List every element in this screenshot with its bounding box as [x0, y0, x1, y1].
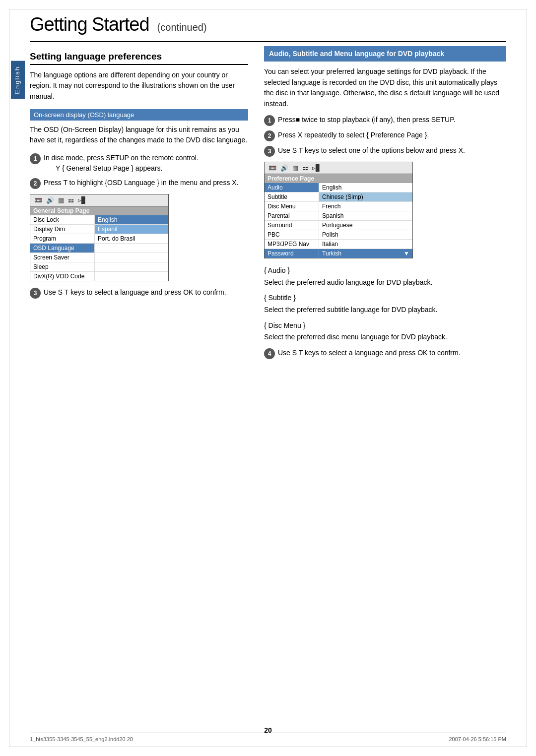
- left-intro: The language options are different depen…: [30, 70, 248, 102]
- menu-row-4: Screen Saver: [30, 253, 168, 262]
- left-step1: 1 In disc mode, press SETUP on the remot…: [30, 153, 248, 174]
- menu-row-3: OSD Language: [30, 244, 168, 253]
- step3-content: Use S T keys to select a language and pr…: [44, 287, 248, 298]
- step2-content: Press T to highlight {OSD Language } in …: [44, 178, 248, 188]
- english-tab: English: [11, 61, 25, 99]
- footer-left: 1_hts3355-3345-3545_55_eng2.indd20 20: [30, 736, 133, 742]
- menu-cell-right-4: [95, 253, 168, 262]
- step1-sub: { General Setup Page } appears.: [56, 163, 248, 174]
- osd-body: The OSD (On-Screen Display) language for…: [30, 125, 248, 146]
- menu-cell-left-5: Sleep: [30, 262, 95, 271]
- step1-num: 1: [30, 153, 41, 164]
- menu-cell-left-6: DivX(R) VOD Code: [30, 272, 95, 281]
- left-step2: 2 Press T to highlight {OSD Language } i…: [30, 178, 248, 189]
- step2-text: Press T to highlight {OSD Language } in …: [44, 179, 239, 187]
- osd-subsection-bar: On-screen display (OSD) language: [30, 109, 248, 121]
- menu-icon-2: 🔊: [46, 196, 54, 204]
- left-section-heading: Setting language preferences: [30, 51, 248, 65]
- menu-icon-5: ▹▊: [78, 196, 86, 204]
- menu-header: General Setup Page: [30, 206, 168, 215]
- menu-icon-4: ⚏: [68, 196, 74, 204]
- menu-row-2: Program Port. do Brasil: [30, 234, 168, 244]
- step3-num: 3: [30, 288, 41, 299]
- menu-cell-left-2: Program: [30, 234, 95, 243]
- page-footer: 1_hts3355-3345-3545_55_eng2.indd20 20 20…: [30, 733, 506, 742]
- menu-cell-left-4: Screen Saver: [30, 253, 95, 262]
- osd-menu-table: 📼 🔊 ▦ ⚏ ▹▊ General Setup Page Disc Lock …: [30, 194, 169, 281]
- menu-cell-left-3: OSD Language: [30, 244, 95, 252]
- step2-num: 2: [30, 178, 41, 189]
- menu-icon-3: ▦: [58, 196, 64, 204]
- step1-text: In disc mode, press SETUP on the remote …: [44, 154, 199, 162]
- menu-cell-right-6: [95, 272, 168, 281]
- menu-row-5: Sleep: [30, 262, 168, 272]
- menu-cell-left-1: Display Dim: [30, 225, 95, 234]
- left-step3: 3 Use S T keys to select a language and …: [30, 287, 248, 299]
- menu-row-0: Disc Lock English: [30, 215, 168, 225]
- footer-right: 2007-04-26 5:56:15 PM: [449, 736, 506, 742]
- step1-content: In disc mode, press SETUP on the remote …: [44, 153, 248, 174]
- menu-cell-right-2: Port. do Brasil: [95, 234, 168, 243]
- menu-cell-right-5: [95, 262, 168, 271]
- menu-icons-row: 📼 🔊 ▦ ⚏ ▹▊: [30, 194, 168, 206]
- step3-text: Use S T keys to select a language and pr…: [44, 288, 226, 296]
- left-column: English Setting language preferences The…: [30, 46, 248, 363]
- menu-row-1: Display Dim Espanil: [30, 225, 168, 234]
- menu-cell-right-3: [95, 244, 168, 252]
- menu-icon-1: 📼: [34, 196, 42, 204]
- menu-cell-right-1: Espanil: [95, 225, 168, 234]
- menu-cell-left-0: Disc Lock: [30, 215, 95, 224]
- menu-row-6: DivX(R) VOD Code: [30, 272, 168, 281]
- menu-cell-right-0: English: [95, 215, 168, 224]
